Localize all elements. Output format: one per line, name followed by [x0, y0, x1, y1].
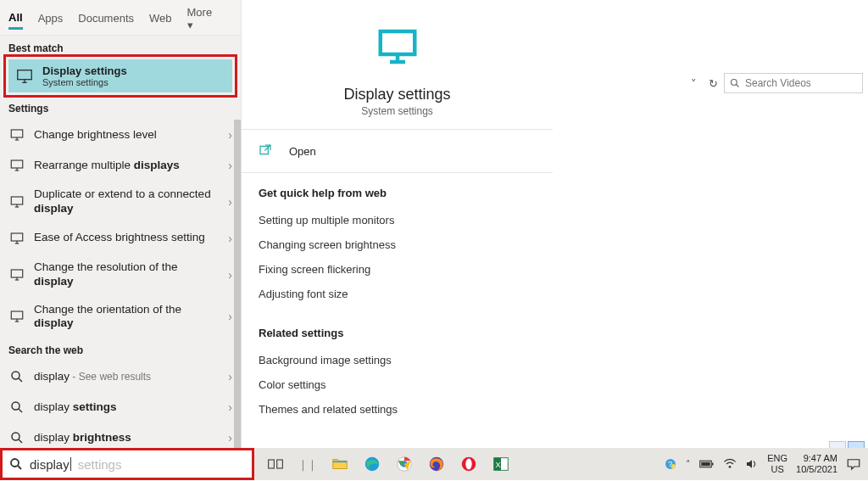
web-result[interactable]: display - See web results ›	[0, 361, 241, 392]
related-settings-heading: Related settings	[259, 327, 536, 339]
svg-point-49	[465, 459, 471, 470]
help-link[interactable]: Adjusting font size	[259, 282, 536, 306]
help-tray-icon[interactable]: ?	[664, 457, 677, 471]
chevron-right-icon: ›	[228, 232, 232, 245]
tray-chevron-up-icon[interactable]: ˄	[686, 459, 691, 470]
settings-result[interactable]: Change the orientation of the display ›	[0, 296, 241, 338]
svg-point-28	[12, 433, 19, 440]
settings-result[interactable]: Duplicate or extend to a connected displ…	[0, 181, 241, 223]
help-link[interactable]: Fixing screen flickering	[259, 257, 536, 282]
web-result[interactable]: display brightness ›	[0, 422, 241, 448]
best-match-result[interactable]: Display settings System settings	[8, 59, 232, 92]
start-search-panel: All Apps Documents Web More ▾ ⋯ Best mat…	[0, 0, 553, 448]
monitor-icon	[8, 126, 25, 143]
section-best-match: Best match	[0, 36, 241, 59]
results-list: Change brightness level › Rearrange mult…	[0, 120, 241, 448]
opera-button[interactable]	[454, 450, 483, 478]
wifi-icon[interactable]	[723, 458, 737, 470]
monitor-icon	[8, 157, 25, 174]
svg-point-39	[11, 459, 19, 467]
open-action[interactable]: Open	[242, 130, 553, 173]
related-link[interactable]: Color settings	[259, 372, 536, 397]
search-icon	[9, 457, 23, 471]
file-explorer-button[interactable]	[326, 450, 354, 478]
chevron-right-icon: ›	[228, 159, 232, 172]
settings-result[interactable]: Rearrange multiple displays ›	[0, 150, 241, 181]
chevron-right-icon: ›	[228, 310, 232, 323]
result-label: Rearrange multiple displays	[34, 159, 220, 173]
search-tabs: All Apps Documents Web More ▾ ⋯	[0, 0, 241, 36]
svg-line-25	[19, 378, 22, 382]
explorer-search-input[interactable]: Search Videos	[724, 73, 863, 93]
svg-point-55	[671, 464, 676, 468]
related-link[interactable]: Background image settings	[259, 348, 536, 372]
monitor-icon	[15, 67, 34, 86]
result-label: display settings	[34, 400, 220, 415]
chevron-right-icon: ›	[228, 128, 232, 142]
start-search-input[interactable]: display settings	[0, 448, 254, 480]
svg-rect-21	[11, 311, 23, 319]
help-link[interactable]: Setting up multiple monitors	[259, 208, 536, 232]
best-match-title: Display settings	[42, 64, 127, 77]
svg-rect-34	[380, 31, 415, 54]
result-label: display - See web results	[34, 370, 220, 384]
tab-apps[interactable]: Apps	[38, 7, 64, 28]
svg-rect-6	[11, 130, 23, 137]
svg-line-1	[737, 85, 739, 87]
address-dropdown-icon[interactable]: ˅	[685, 77, 702, 90]
action-center-icon[interactable]	[846, 457, 861, 471]
scrollbar-thumb[interactable]	[234, 120, 241, 448]
tab-web[interactable]: Web	[149, 7, 172, 28]
chrome-button[interactable]	[390, 450, 419, 478]
svg-text:X: X	[496, 461, 501, 469]
monitor-icon	[8, 193, 25, 210]
svg-rect-9	[11, 160, 23, 168]
help-link[interactable]: Changing screen brightness	[259, 232, 536, 257]
result-label: Change brightness level	[34, 128, 220, 143]
svg-rect-57	[712, 463, 714, 466]
result-label: Change the resolution of the display	[34, 260, 220, 289]
edge-button[interactable]	[358, 450, 387, 478]
battery-icon[interactable]	[699, 459, 715, 469]
task-view-button[interactable]	[261, 450, 290, 478]
svg-rect-41	[269, 460, 275, 468]
web-result[interactable]: display settings ›	[0, 392, 241, 422]
related-link[interactable]: Themes and related settings	[259, 397, 536, 422]
result-label: display brightness	[34, 431, 220, 445]
explorer-address-bar: ˅ ↻ Search Videos	[553, 71, 868, 95]
monitor-icon	[8, 266, 25, 283]
volume-icon[interactable]	[745, 458, 759, 470]
chevron-right-icon: ›	[228, 400, 232, 414]
taskbar-divider-icon: ❘❘	[293, 450, 322, 478]
search-typed-text: display	[30, 457, 71, 472]
result-label: Duplicate or extend to a connected displ…	[34, 187, 220, 216]
firefox-button[interactable]	[422, 450, 451, 478]
settings-result[interactable]: Change the resolution of the display ›	[0, 254, 241, 296]
excel-button[interactable]: X	[487, 450, 515, 478]
settings-result[interactable]: Change brightness level ›	[0, 120, 241, 150]
related-settings-block: Related settings Background image settin…	[242, 320, 553, 435]
tab-documents[interactable]: Documents	[78, 7, 134, 28]
refresh-icon[interactable]: ↻	[702, 77, 724, 90]
tab-more[interactable]: More ▾	[187, 1, 213, 35]
search-icon	[8, 399, 25, 416]
svg-rect-37	[260, 146, 268, 154]
svg-line-29	[19, 439, 22, 443]
search-icon	[8, 368, 25, 385]
detail-title: Display settings	[255, 86, 539, 103]
language-indicator[interactable]: ENGUS	[767, 453, 787, 474]
clock[interactable]: 9:47 AM10/5/2021	[796, 453, 837, 474]
svg-rect-15	[11, 233, 23, 241]
monitor-icon	[375, 24, 420, 70]
result-label: Ease of Access brightness setting	[34, 231, 220, 245]
open-icon	[259, 143, 274, 159]
svg-rect-3	[18, 70, 32, 79]
svg-line-27	[19, 409, 22, 412]
svg-point-0	[732, 80, 737, 86]
section-settings: Settings	[0, 96, 241, 120]
open-label: Open	[289, 145, 316, 158]
tab-all[interactable]: All	[8, 6, 23, 30]
search-icon	[730, 78, 740, 88]
settings-result[interactable]: Ease of Access brightness setting ›	[0, 223, 241, 254]
search-results-column: All Apps Documents Web More ▾ ⋯ Best mat…	[0, 0, 241, 448]
